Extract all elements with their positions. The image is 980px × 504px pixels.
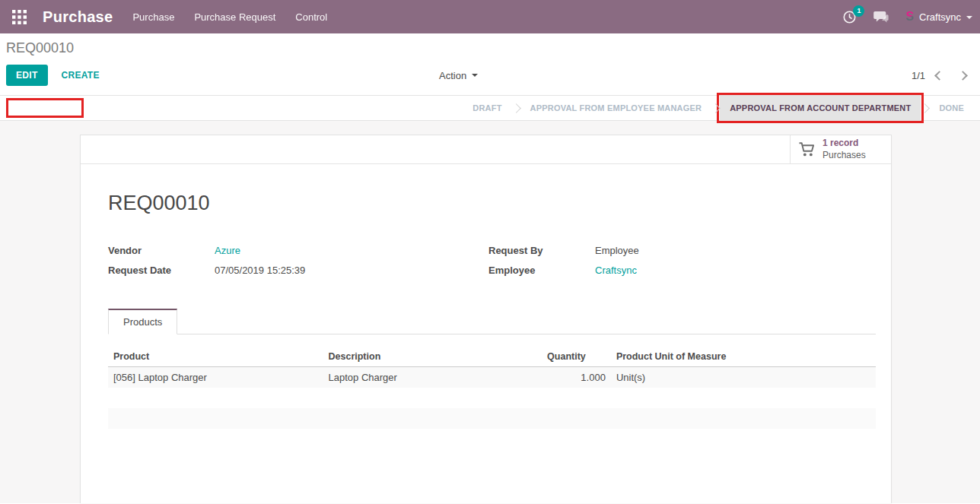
user-menu[interactable]: S Craftsync [905,11,972,23]
document-title: REQ00010 [108,192,876,215]
field-grid: Vendor Azure Request Date 07/05/2019 15:… [108,244,876,277]
product-lines-table: Product Description Quantity Product Uni… [108,347,876,429]
field-vendor-value[interactable]: Azure [215,244,240,257]
control-panel-buttons-row: EDIT CREATE Action 1/1 [6,65,974,86]
chevron-right-icon[interactable] [958,71,968,81]
cell-uom[interactable]: Unit(s) [611,367,876,388]
action-dropdown-label: Action [439,70,466,81]
form-sheet: 1 record Purchases REQ00010 Vendor Azure… [80,135,892,503]
step-arrow-icon [921,103,931,113]
nav-menu: Purchase Purchase Request Control [132,11,327,23]
field-request-by-label: Request By [488,244,595,257]
table-empty-row [108,408,876,429]
table-empty-row [108,388,876,408]
nav-item-purchase[interactable]: Purchase [132,11,174,23]
tab-strip: Products [108,309,876,334]
field-request-by-value: Employee [595,244,639,257]
pager-value: 1/1 [912,70,925,81]
field-request-date-label: Request Date [108,264,215,277]
button-box: 1 record Purchases [81,135,891,164]
top-navbar: Purchase Purchase Purchase Request Contr… [0,0,980,33]
nav-item-purchase-request[interactable]: Purchase Request [194,11,275,23]
action-dropdown[interactable]: Action [439,70,478,81]
user-name: Craftsync [919,11,961,23]
nav-item-control[interactable]: Control [295,11,327,23]
stat-button-count: 1 record [822,138,866,150]
field-vendor: Vendor Azure [108,244,488,257]
field-column-left: Vendor Azure Request Date 07/05/2019 15:… [108,244,488,277]
column-header-product[interactable]: Product [108,347,323,367]
column-header-quantity[interactable]: Quantity [542,347,611,367]
table-header-row: Product Description Quantity Product Uni… [108,347,876,367]
field-request-date-value: 07/05/2019 15:25:39 [215,264,305,277]
field-employee-label: Employee [488,264,595,277]
stat-button-text: 1 record Purchases [822,138,866,161]
status-step-approval-account-department[interactable]: APPROVAL FROM ACCOUNT DEPARTMENT [720,96,921,120]
page-content: 1 record Purchases REQ00010 Vendor Azure… [0,121,980,503]
annotation-box-left [6,98,84,118]
cell-quantity[interactable]: 1.000 [542,367,611,388]
field-employee-value[interactable]: Craftsync [595,264,637,277]
cell-product[interactable]: [056] Laptop Charger [108,367,323,388]
navbar-right: 1 S Craftsync [842,10,972,24]
step-arrow-icon [711,103,721,113]
purchases-stat-button[interactable]: 1 record Purchases [790,135,891,163]
avatar: S [905,11,914,23]
control-panel: REQ00010 EDIT CREATE Action 1/1 [0,33,980,95]
create-button[interactable]: CREATE [62,70,100,81]
status-step-draft[interactable]: DRAFT [463,96,511,120]
column-header-description[interactable]: Description [323,347,542,367]
field-employee: Employee Craftsync [488,264,869,277]
notebook: Products Product Description Quantity Pr… [108,309,876,429]
status-step-approval-employee-manager[interactable]: APPROVAL FROM EMPLOYEE MANAGER [520,96,712,120]
field-request-date: Request Date 07/05/2019 15:25:39 [108,264,488,277]
breadcrumb[interactable]: REQ00010 [6,40,974,56]
caret-down-icon [966,16,972,19]
field-vendor-label: Vendor [108,244,215,257]
statusbar: DRAFT APPROVAL FROM EMPLOYEE MANAGER APP… [0,95,980,121]
sheet-body: REQ00010 Vendor Azure Request Date 07/05… [81,192,891,429]
stat-button-label: Purchases [822,150,866,162]
messages-icon[interactable] [873,11,889,24]
activity-clock-icon[interactable]: 1 [842,10,857,24]
column-header-uom[interactable]: Product Unit of Measure [611,347,876,367]
app-brand-title[interactable]: Purchase [43,8,113,26]
chevron-left-icon[interactable] [934,71,944,81]
table-row[interactable]: [056] Laptop Charger Laptop Charger 1.00… [108,367,876,388]
apps-grid-icon[interactable] [6,4,32,30]
activity-count-badge: 1 [853,5,864,17]
cell-description[interactable]: Laptop Charger [323,367,542,388]
status-step-done[interactable]: DONE [929,96,974,120]
caret-down-icon [472,74,478,77]
field-request-by: Request By Employee [488,244,869,257]
tab-products[interactable]: Products [108,309,177,334]
field-column-right: Request By Employee Employee Craftsync [488,244,869,277]
cart-icon [798,141,816,157]
edit-button[interactable]: EDIT [6,65,48,86]
pager: 1/1 [912,70,974,81]
step-arrow-icon [511,103,521,113]
